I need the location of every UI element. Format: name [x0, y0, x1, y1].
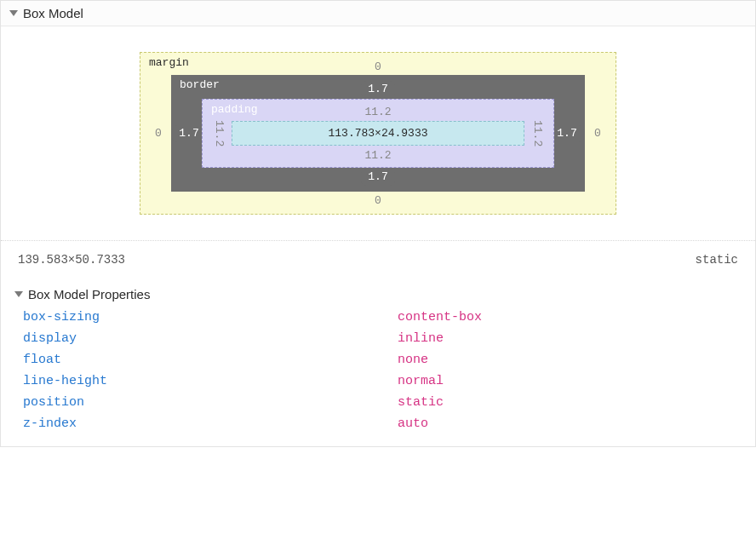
- box-model-section-header[interactable]: Box Model: [1, 1, 755, 26]
- property-row[interactable]: displayinline: [1, 328, 755, 349]
- margin-region[interactable]: margin 0 0 border 1.7 1.7 padding 11.2 1…: [140, 52, 616, 215]
- padding-right-value[interactable]: 11.2: [531, 120, 544, 146]
- border-label: border: [180, 78, 220, 91]
- element-position-mode: static: [696, 253, 738, 267]
- property-name: line-height: [23, 374, 398, 388]
- border-top-value[interactable]: 1.7: [361, 81, 394, 98]
- element-dimensions: 139.583×50.7333: [18, 253, 125, 267]
- property-name: display: [23, 331, 398, 346]
- property-row[interactable]: z-indexauto: [1, 413, 755, 434]
- padding-bottom-value[interactable]: 11.2: [364, 149, 391, 162]
- section-title: Box Model: [23, 6, 83, 20]
- property-row[interactable]: positionstatic: [1, 392, 755, 413]
- box-model-panel: Box Model margin 0 0 border 1.7 1.7 padd…: [0, 0, 756, 447]
- property-value[interactable]: auto: [398, 416, 428, 431]
- box-model-properties-section: Box Model Properties box-sizingcontent-b…: [1, 282, 755, 446]
- border-right-value[interactable]: 1.7: [550, 125, 583, 142]
- border-bottom-value[interactable]: 1.7: [361, 169, 394, 186]
- content-region[interactable]: 113.783×24.9333: [232, 121, 524, 146]
- dimensions-summary-row: 139.583×50.7333 static: [1, 241, 755, 282]
- property-value[interactable]: inline: [398, 331, 444, 346]
- property-value[interactable]: static: [398, 395, 444, 410]
- padding-top-value[interactable]: 11.2: [364, 106, 391, 118]
- content-dimensions: 113.783×24.9333: [328, 127, 427, 140]
- property-name: float: [23, 353, 398, 367]
- property-value[interactable]: none: [398, 353, 428, 367]
- property-value[interactable]: normal: [398, 374, 444, 388]
- padding-left-value[interactable]: 11.2: [213, 120, 226, 146]
- margin-top-value[interactable]: 0: [375, 60, 381, 73]
- box-model-diagram: margin 0 0 border 1.7 1.7 padding 11.2 1…: [1, 26, 755, 241]
- padding-region[interactable]: padding 11.2 11.2 113.783×24.9333 11.2 1…: [202, 99, 554, 168]
- margin-left-value[interactable]: 0: [155, 127, 162, 140]
- border-region[interactable]: border 1.7 1.7 padding 11.2 11.2 113.783…: [171, 75, 585, 192]
- margin-right-value[interactable]: 0: [594, 127, 601, 140]
- property-name: position: [23, 395, 398, 410]
- property-value[interactable]: content-box: [398, 310, 482, 324]
- chevron-down-icon: [14, 291, 23, 297]
- property-row[interactable]: floatnone: [1, 349, 755, 370]
- chevron-down-icon: [9, 10, 18, 16]
- border-left-value[interactable]: 1.7: [172, 125, 205, 142]
- property-row[interactable]: box-sizingcontent-box: [1, 307, 755, 328]
- property-row[interactable]: line-heightnormal: [1, 370, 755, 392]
- margin-label: margin: [149, 56, 189, 69]
- box-model-properties-header[interactable]: Box Model Properties: [1, 282, 755, 307]
- property-name: z-index: [23, 416, 398, 431]
- property-name: box-sizing: [23, 310, 398, 324]
- section-title: Box Model Properties: [28, 287, 150, 301]
- margin-bottom-value[interactable]: 0: [375, 194, 381, 207]
- padding-label: padding: [211, 103, 258, 116]
